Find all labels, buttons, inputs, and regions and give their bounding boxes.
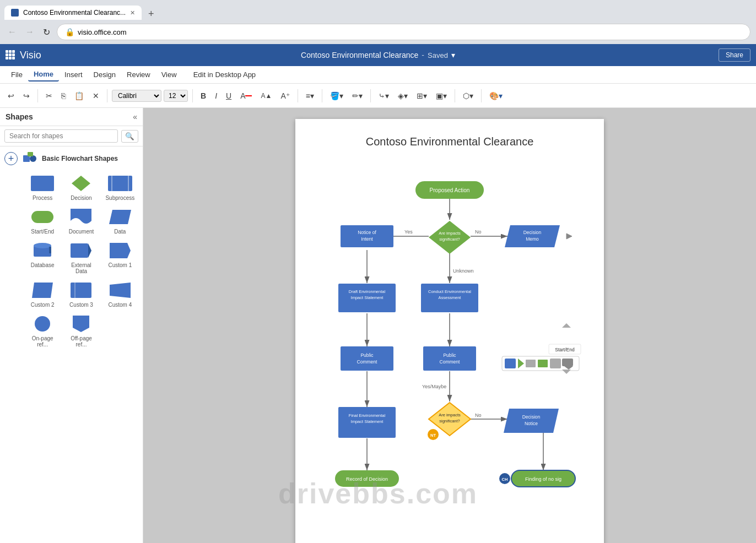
svg-text:Intent: Intent [361, 236, 373, 242]
shape-item-custom1[interactable]: Custom 1 [102, 239, 138, 276]
text-highlight-button[interactable]: A▲ [257, 90, 275, 102]
app-name: Visio [20, 50, 41, 61]
svg-rect-15 [71, 283, 91, 298]
shapes-menu-button[interactable]: ⬡▾ [460, 89, 477, 102]
main-layout: Shapes « 🔍 + Basic Flowchart Shapes [0, 108, 756, 543]
subprocess-shape-label: Subprocess [105, 195, 134, 201]
custom4-shape-label: Custom 4 [108, 302, 132, 308]
canvas-area[interactable]: Contoso Environmental Clearance [143, 108, 756, 543]
svg-text:Impact Statement: Impact Statement [351, 295, 384, 300]
font-selector[interactable]: Calibri [112, 90, 161, 102]
svg-text:Comment: Comment [357, 359, 377, 365]
waffle-icon[interactable] [6, 50, 15, 60]
toolbar-separator-8 [481, 89, 482, 102]
svg-text:No: No [475, 412, 482, 418]
shape-item-custom3[interactable]: Custom 3 [63, 279, 99, 310]
fill-color-button[interactable]: 🪣▾ [327, 89, 347, 102]
svg-rect-85 [562, 359, 573, 366]
edit-desktop-button[interactable]: Edit in Desktop App [193, 70, 256, 79]
menu-design[interactable]: Design [88, 68, 121, 81]
svg-marker-49 [566, 234, 572, 239]
search-button[interactable]: 🔍 [121, 130, 138, 143]
italic-button[interactable]: I [212, 89, 220, 102]
custom3-shape-label: Custom 3 [69, 302, 93, 308]
new-tab-button[interactable]: + [144, 8, 159, 20]
svg-marker-89 [562, 323, 571, 328]
tab-title: Contoso Environmental Clearanc... [23, 9, 126, 17]
shape-item-process[interactable]: Process [24, 172, 61, 203]
shape-item-startend[interactable]: Start/End [24, 205, 61, 237]
menu-home[interactable]: Home [28, 68, 59, 82]
shape-item-externaldata[interactable]: External Data [63, 239, 99, 276]
svg-rect-59 [423, 346, 476, 371]
refresh-button[interactable]: ↻ [41, 25, 52, 40]
align-button[interactable]: ≡▾ [303, 89, 317, 102]
subprocess-shape-svg [108, 176, 132, 191]
shapes-collapse-button[interactable]: « [133, 112, 137, 121]
back-button[interactable]: ← [6, 25, 19, 39]
svg-text:Yes: Yes [404, 229, 413, 235]
toolbar: ↩ ↪ ✂ ⎘ 📋 ✕ Calibri 12 B I U A A▲ A⁺ ≡▾ … [0, 84, 756, 108]
share-button[interactable]: Share [719, 48, 750, 62]
connector-button[interactable]: ⤷▾ [375, 89, 392, 102]
menu-view[interactable]: View [156, 68, 182, 81]
diagram-page: Contoso Environmental Clearance [295, 119, 604, 543]
bold-button[interactable]: B [197, 89, 209, 102]
arrange-button[interactable]: ⊞▾ [413, 89, 430, 102]
font-color-button[interactable]: A [237, 89, 255, 102]
shape-item-data[interactable]: Data [102, 205, 138, 237]
startend-shape-visual [30, 208, 55, 226]
underline-button[interactable]: U [223, 89, 235, 102]
menu-insert[interactable]: Insert [59, 68, 88, 81]
shapes-panel-title: Shapes [6, 112, 33, 121]
document-shape-label: Document [69, 229, 94, 235]
shape-item-offpage[interactable]: Off-page ref... [63, 312, 99, 350]
url-bar[interactable]: 🔒 visio.office.com [57, 24, 750, 40]
svg-text:NT: NT [430, 433, 436, 438]
process-shape-rect [31, 176, 54, 191]
svg-text:Final Environmental: Final Environmental [349, 413, 386, 418]
design-ideas-button[interactable]: 🎨▾ [486, 89, 506, 102]
group-button[interactable]: ▣▾ [433, 89, 450, 102]
search-box: 🔍 [0, 126, 143, 146]
menu-file[interactable]: File [6, 68, 28, 81]
offpage-shape-svg [73, 316, 89, 332]
svg-rect-10 [49, 247, 51, 253]
line-color-button[interactable]: ✏▾ [349, 89, 366, 102]
svg-point-9 [34, 243, 51, 248]
tab-close-button[interactable]: ✕ [130, 9, 135, 17]
custom3-shape-visual [68, 281, 94, 300]
svg-text:significant?: significant? [439, 237, 460, 242]
increase-font-button[interactable]: A⁺ [277, 89, 293, 102]
paste-button[interactable]: 📋 [71, 89, 87, 102]
forward-button[interactable]: → [23, 25, 36, 39]
menu-review[interactable]: Review [121, 68, 156, 81]
font-size-selector[interactable]: 12 [164, 90, 188, 102]
custom2-shape-visual [30, 281, 55, 300]
delete-button[interactable]: ✕ [89, 89, 102, 102]
shape-effects-button[interactable]: ◈▾ [395, 89, 411, 102]
search-input[interactable] [4, 129, 118, 143]
active-tab[interactable]: Contoso Environmental Clearanc... ✕ [4, 6, 142, 20]
doc-saved-status: Saved [428, 51, 448, 59]
copy-button[interactable]: ⎘ [58, 89, 69, 102]
cut-button[interactable]: ✂ [42, 89, 56, 102]
redo-button[interactable]: ↪ [20, 89, 33, 102]
svg-rect-6 [128, 176, 129, 191]
shape-item-subprocess[interactable]: Subprocess [102, 172, 138, 203]
externaldata-shape-visual [68, 241, 94, 260]
header-right: Share [640, 48, 750, 62]
doc-dropdown-icon[interactable]: ▾ [451, 51, 455, 59]
shape-item-onpage[interactable]: On-page ref... [24, 312, 61, 350]
shape-item-decision[interactable]: Decision [63, 172, 99, 203]
svg-rect-56 [341, 346, 393, 371]
shape-item-custom2[interactable]: Custom 2 [24, 279, 61, 310]
shape-item-database[interactable]: Database [24, 239, 61, 276]
shape-item-document[interactable]: Document [63, 205, 99, 237]
undo-button[interactable]: ↩ [4, 89, 18, 102]
svg-text:Comment: Comment [440, 359, 460, 365]
shape-item-custom4[interactable]: Custom 4 [102, 279, 138, 310]
toolbar-separator-2 [107, 89, 107, 102]
svg-marker-17 [110, 283, 131, 298]
add-shapes-button[interactable]: + [4, 152, 18, 165]
